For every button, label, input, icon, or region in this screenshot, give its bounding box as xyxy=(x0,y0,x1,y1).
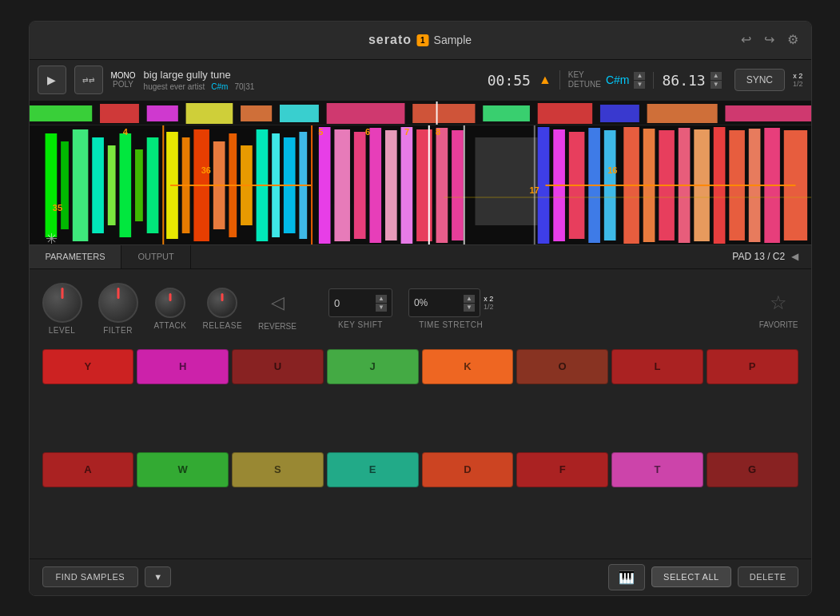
svg-rect-19 xyxy=(92,137,104,233)
reverse-label: REVERSE xyxy=(258,322,297,331)
attack-knob[interactable] xyxy=(155,288,185,318)
svg-rect-5 xyxy=(241,105,272,121)
release-label: RELEASE xyxy=(202,321,242,330)
filter-knob[interactable] xyxy=(98,283,138,323)
pad-O[interactable]: O xyxy=(516,349,608,384)
track-bpm-short: 70|31 xyxy=(234,82,254,91)
ann-7: 7 xyxy=(404,127,409,137)
ann-4: 4 xyxy=(123,127,128,137)
svg-rect-45 xyxy=(452,130,464,240)
mini-waveform-svg xyxy=(30,101,811,125)
star-icon[interactable]: ☆ xyxy=(764,288,793,317)
pad-G[interactable]: G xyxy=(707,452,798,487)
waveform-mini[interactable] xyxy=(30,101,811,125)
mono-poly-toggle[interactable]: MONO POLY xyxy=(111,71,136,89)
bpm-up-button[interactable]: ▲ xyxy=(711,72,722,80)
pad-H[interactable]: H xyxy=(137,349,229,384)
svg-rect-23 xyxy=(146,137,158,233)
sync-button[interactable]: SYNC xyxy=(735,69,785,91)
ratio-display: x 2 1/2 xyxy=(793,72,803,88)
keyshift-spin[interactable]: ▲ ▼ xyxy=(376,295,387,312)
delete-button[interactable]: DELETE xyxy=(738,566,798,587)
action-bar: FIND SAMPLES ▼ 🎹 SELECT ALL DELETE xyxy=(30,558,811,595)
mono-label: MONO xyxy=(111,71,136,80)
waveform-section[interactable]: ✳ 4 5 6 7 8 36 35 16 17 xyxy=(30,101,811,245)
svg-rect-37 xyxy=(318,127,330,244)
play-button[interactable]: ▶ xyxy=(38,66,66,94)
pad-Y[interactable]: Y xyxy=(42,349,134,384)
favorite-label: FAVORITE xyxy=(759,320,798,329)
version-badge: 1 xyxy=(416,34,429,46)
pad-S[interactable]: S xyxy=(232,452,324,487)
bpm-value: 86.13 xyxy=(662,72,705,89)
ann-17: 17 xyxy=(529,185,539,195)
ann-6: 6 xyxy=(365,127,370,137)
pad-F[interactable]: F xyxy=(516,452,608,487)
pad-W[interactable]: W xyxy=(137,452,229,487)
keyshift-up-button[interactable]: ▲ xyxy=(376,295,387,303)
piano-button[interactable]: 🎹 xyxy=(608,564,645,590)
release-knob-group: RELEASE xyxy=(202,288,242,330)
loop-button[interactable]: ⇄⇄ xyxy=(74,66,103,94)
dropdown-button[interactable]: ▼ xyxy=(145,566,171,587)
tab-output[interactable]: OUTPUT xyxy=(121,245,190,268)
pad-J[interactable]: J xyxy=(327,349,419,384)
svg-rect-2 xyxy=(100,104,139,123)
pad-A[interactable]: A xyxy=(42,452,134,487)
svg-rect-18 xyxy=(72,129,88,241)
bpm-spin[interactable]: ▲ ▼ xyxy=(711,72,722,89)
timestretch-down-button[interactable]: ▼ xyxy=(464,304,475,312)
pad-U[interactable]: U xyxy=(232,349,324,384)
svg-rect-7 xyxy=(326,103,404,124)
pad-label: PAD 13 / C2 ◀ xyxy=(732,251,810,262)
key-down-button[interactable]: ▼ xyxy=(634,81,645,89)
waveform-icon[interactable]: ▲ xyxy=(539,73,551,87)
svg-rect-36 xyxy=(311,125,313,245)
key-spin[interactable]: ▲ ▼ xyxy=(634,72,645,89)
svg-rect-16 xyxy=(45,133,57,237)
timestretch-up-button[interactable]: ▲ xyxy=(464,295,475,303)
key-up-button[interactable]: ▲ xyxy=(634,72,645,80)
ratio-bottom: 1/2 xyxy=(793,80,803,88)
keyshift-group: 0 ▲ ▼ KEY SHIFT xyxy=(328,288,392,329)
svg-rect-9 xyxy=(483,105,530,121)
find-samples-button[interactable]: FIND SAMPLES xyxy=(42,566,139,587)
svg-rect-1 xyxy=(30,105,92,121)
svg-rect-41 xyxy=(384,130,396,240)
undo-button[interactable]: ↩ xyxy=(738,30,754,50)
settings-button[interactable]: ⚙ xyxy=(784,30,802,50)
filter-label: FILTER xyxy=(103,326,133,335)
svg-rect-17 xyxy=(61,141,69,229)
pad-K[interactable]: K xyxy=(422,349,514,384)
reverse-button[interactable]: ◁ REVERSE xyxy=(258,287,297,331)
pad-T[interactable]: T xyxy=(611,452,703,487)
waveform-main[interactable]: ✳ 4 5 6 7 8 36 35 16 17 xyxy=(30,125,811,245)
tab-parameters[interactable]: PARAMETERS xyxy=(30,245,122,268)
redo-button[interactable]: ↪ xyxy=(761,30,778,50)
ratio-top: x 2 xyxy=(793,72,802,80)
release-knob[interactable] xyxy=(207,288,237,318)
svg-rect-10 xyxy=(537,103,591,124)
keyshift-value: 0 xyxy=(334,297,340,309)
pad-D[interactable]: D xyxy=(422,452,514,487)
main-waveform-svg: ✳ xyxy=(30,125,811,245)
level-knob[interactable] xyxy=(42,283,82,323)
arrow-right-icon: ◀ xyxy=(791,251,798,262)
svg-rect-46 xyxy=(428,125,429,245)
filter-knob-group: FILTER xyxy=(98,283,138,335)
pad-L[interactable]: L xyxy=(611,349,703,384)
timestretch-spin[interactable]: ▲ ▼ xyxy=(464,295,475,312)
pad-E[interactable]: E xyxy=(327,452,419,487)
keyshift-down-button[interactable]: ▼ xyxy=(376,304,387,312)
bpm-down-button[interactable]: ▼ xyxy=(711,81,722,89)
level-label: LEVEL xyxy=(49,326,76,335)
attack-knob-group: ATTACK xyxy=(154,288,187,330)
svg-rect-3 xyxy=(146,105,177,121)
pad-P[interactable]: P xyxy=(707,349,798,384)
svg-rect-14 xyxy=(436,101,437,125)
select-all-button[interactable]: SELECT ALL xyxy=(651,566,731,587)
svg-rect-22 xyxy=(135,149,143,221)
timestretch-display[interactable]: 0% ▲ ▼ xyxy=(408,288,480,317)
keyshift-display[interactable]: 0 ▲ ▼ xyxy=(328,288,392,317)
ann-16: 16 xyxy=(607,165,617,175)
